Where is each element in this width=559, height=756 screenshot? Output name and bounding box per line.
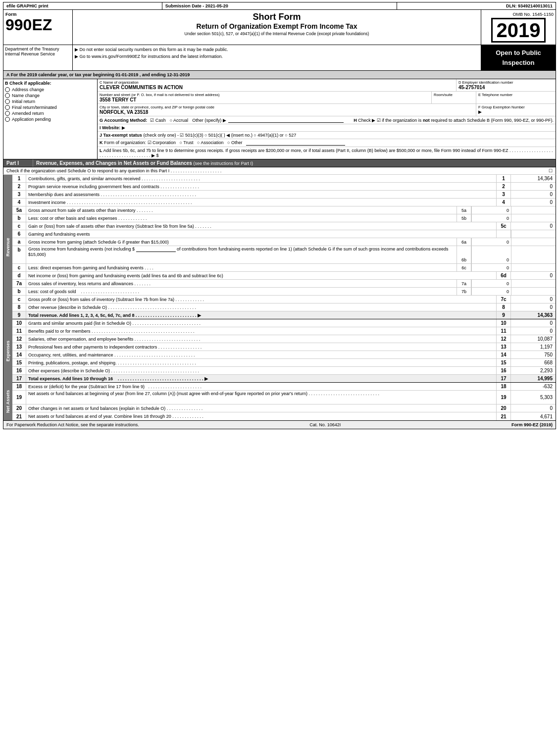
line2-desc: Program service revenue including govern… <box>26 183 496 190</box>
line7a-box: 0 <box>471 280 511 287</box>
line5c-num: c <box>12 222 26 230</box>
line6d-desc: Net income or (loss) from gaming and fun… <box>26 272 496 279</box>
section-b-label: B Check if applicable: <box>5 81 96 86</box>
page: efile GRAPHIC print Submission Date - 20… <box>0 0 559 431</box>
cash-check[interactable]: ☑ Cash <box>150 118 166 123</box>
inst2: ▶ Go to www.irs.gov/Form990EZ for instru… <box>75 54 479 59</box>
application-pending-option[interactable]: Application pending <box>5 117 96 122</box>
line6c-num: c <box>12 264 26 271</box>
line5b-box: 0 <box>471 214 511 222</box>
line14-num: 14 <box>12 351 26 358</box>
line5c-desc: Gain or (loss) from sale of assets other… <box>26 222 496 230</box>
line14-val: 750 <box>511 351 556 358</box>
line6c-box: 0 <box>471 264 511 271</box>
line1-val: 14,364 <box>511 175 556 182</box>
line10-num: 10 <box>12 319 26 327</box>
line21-ref: 21 <box>496 412 511 420</box>
line20-num: 20 <box>12 404 26 412</box>
line7c-desc: Gross profit or (loss) from sales of inv… <box>26 296 496 303</box>
line15-num: 15 <box>12 359 26 366</box>
line15-val: 668 <box>511 359 556 366</box>
line17-desc: Total expenses. Add lines 10 through 16 … <box>26 375 496 382</box>
open-public-label: Open to Public Inspection <box>484 48 553 67</box>
line3-ref: 3 <box>496 191 511 198</box>
line4-val: 0 <box>511 199 556 206</box>
initial-return-option[interactable]: Initial return <box>5 99 96 104</box>
dept-label: Department of the Treasury <box>5 47 71 51</box>
revenue-sidebar: Revenue <box>3 175 12 319</box>
org-city: NORFOLK, VA 23518 <box>100 109 474 115</box>
line3-val: 0 <box>511 191 556 198</box>
line1-desc: Contributions, gifts, grants, and simila… <box>26 175 496 182</box>
line5a-num: 5a <box>12 206 26 214</box>
line18-ref: 18 <box>496 383 511 390</box>
line15-ref: 15 <box>496 359 511 366</box>
year: 2019 <box>491 18 546 43</box>
irs-label: Internal Revenue Service <box>5 51 71 56</box>
line6a-box: 0 <box>471 238 511 246</box>
org-addr: 3558 TERRY CT <box>100 97 429 102</box>
line1-ref: 1 <box>496 175 511 182</box>
j-label: J Tax-exempt status (check only one) - ☑… <box>100 133 296 138</box>
line16-num: 16 <box>12 367 26 374</box>
room-label: Room/suite <box>434 93 474 97</box>
line16-val: 2,293 <box>511 367 556 374</box>
inst1: ▶ Do not enter social security numbers o… <box>75 47 479 52</box>
website-label: I Website: ▶ <box>100 125 125 130</box>
form-ref: Form 990-EZ (2019) <box>511 422 553 427</box>
section-b: B Check if applicable: Address change Na… <box>3 79 98 159</box>
line12-desc: Salaries, other compensation, and employ… <box>26 335 496 343</box>
group-label: F Group Exemption Number <box>478 105 554 109</box>
line2-ref: 2 <box>496 183 511 190</box>
line2-num: 2 <box>12 183 26 190</box>
line6d-num: d <box>12 272 26 279</box>
line6-desc: Gaming and fundraising events <box>26 230 496 238</box>
efile-label: efile GRAPHIC print <box>3 2 162 9</box>
line6a-desc: Gross income from gaming (attach Schedul… <box>26 238 457 246</box>
org-ein: 45-2757014 <box>458 85 554 90</box>
phone-label: E Telephone number <box>478 93 554 97</box>
omb-number: OMB No. 1545-1150 <box>483 12 554 17</box>
line5b-desc: Less: cost or other basis and sales expe… <box>26 214 457 222</box>
accrual-check[interactable]: ○ Accrual <box>170 118 188 123</box>
part1-label: Part I <box>3 159 33 167</box>
line9-num: 9 <box>12 311 26 319</box>
g-label: G Accounting Method: <box>100 118 147 123</box>
k-label: K Form of organization: ☑ Corporation ○ … <box>100 140 345 145</box>
line6-num: 6 <box>12 230 26 238</box>
final-return-option[interactable]: Final return/terminated <box>5 105 96 110</box>
line7a-num: 7a <box>12 280 26 287</box>
line7b-desc: Less: cost of goods sold . . . . . . . .… <box>26 288 457 295</box>
line2-val: 0 <box>511 183 556 190</box>
line18-num: 18 <box>12 383 26 390</box>
line19-ref: 19 <box>496 391 511 404</box>
line6b-num: b <box>12 246 26 263</box>
line3-desc: Membership dues and assessments . . . . … <box>26 191 496 198</box>
line7a-desc: Gross sales of inventory, less returns a… <box>26 280 457 287</box>
line17-ref: 17 <box>496 375 511 382</box>
cat-no: Cat. No. 10642I <box>309 422 341 427</box>
name-change-option[interactable]: Name change <box>5 93 96 98</box>
line4-desc: Investment income . . . . . . . . . . . … <box>26 199 496 206</box>
main-title: Return of Organization Exempt From Incom… <box>75 22 479 30</box>
line8-num: 8 <box>12 303 26 311</box>
line6b-box: 0 <box>471 246 511 263</box>
paperwork-notice: For Paperwork Reduction Act Notice, see … <box>6 422 139 427</box>
line19-desc: Net assets or fund balances at beginning… <box>26 391 496 404</box>
line19-num: 19 <box>12 391 26 404</box>
other-label: Other (specify) ▶ <box>192 118 226 123</box>
line7c-num: c <box>12 296 26 303</box>
org-addr-label: Number and street (or P. O. box, if mail… <box>100 93 429 97</box>
part1-title: Revenue, Expenses, and Changes in Net As… <box>33 159 556 167</box>
line5c-ref: 5c <box>496 222 511 230</box>
line20-desc: Other changes in net assets or fund bala… <box>26 404 496 412</box>
form-number: 990EZ <box>5 17 70 33</box>
line5a-box: 0 <box>471 206 511 214</box>
amended-return-option[interactable]: Amended return <box>5 111 96 116</box>
address-change-option[interactable]: Address change <box>5 87 96 92</box>
line8-ref: 8 <box>496 303 511 311</box>
line12-num: 12 <box>12 335 26 343</box>
line10-ref: 10 <box>496 319 511 327</box>
line4-ref: 4 <box>496 199 511 206</box>
subtitle: Under section 501(c), 527, or 4947(a)(1)… <box>75 31 479 36</box>
